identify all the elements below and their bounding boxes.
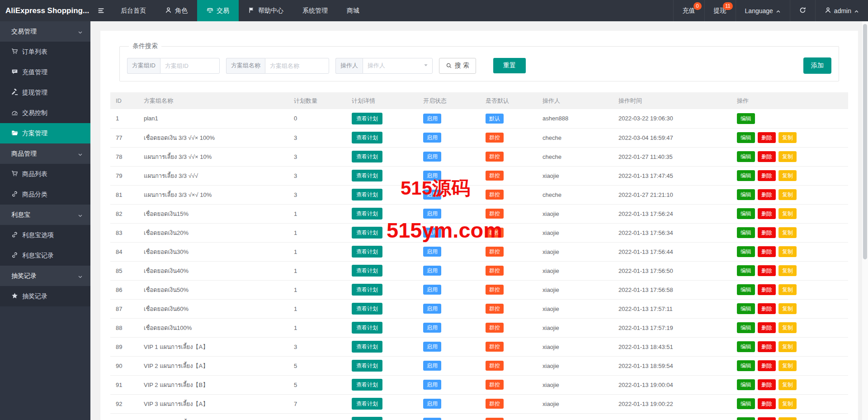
default-badge[interactable]: 群控 bbox=[486, 380, 504, 390]
sidebar-item-lottery-records-item[interactable]: 抽奖记录 bbox=[0, 286, 90, 306]
sidebar-section-lottery-records[interactable]: 抽奖记录 bbox=[0, 266, 90, 286]
status-enabled-badge[interactable]: 启用 bbox=[423, 304, 441, 314]
edit-button[interactable]: 编辑 bbox=[737, 246, 755, 257]
view-plan-button[interactable]: 查看计划 bbox=[352, 360, 382, 372]
edit-button[interactable]: 编辑 bbox=[737, 303, 755, 314]
sidebar-item-product-category[interactable]: 商品分类 bbox=[0, 184, 90, 205]
default-badge[interactable]: 群控 bbox=[486, 285, 504, 295]
view-plan-button[interactable]: 查看计划 bbox=[352, 113, 382, 124]
scrollbar-thumb[interactable] bbox=[863, 24, 867, 259]
status-enabled-badge[interactable]: 启用 bbox=[423, 399, 441, 409]
default-badge[interactable]: 群控 bbox=[486, 418, 504, 420]
edit-button[interactable]: 编辑 bbox=[737, 170, 755, 181]
edit-button[interactable]: 编辑 bbox=[737, 189, 755, 200]
search-button[interactable]: 搜 索 bbox=[439, 58, 476, 74]
edit-button[interactable]: 编辑 bbox=[737, 132, 755, 143]
view-plan-button[interactable]: 查看计划 bbox=[352, 303, 382, 315]
default-badge[interactable]: 群控 bbox=[486, 399, 504, 409]
sidebar-item-interest-records[interactable]: 利息宝记录 bbox=[0, 245, 90, 266]
delete-button[interactable]: 删除 bbox=[758, 132, 776, 143]
delete-button[interactable]: 删除 bbox=[758, 189, 776, 200]
default-badge[interactable]: 群控 bbox=[486, 152, 504, 162]
top-menu-item-trade[interactable]: 交易 bbox=[197, 0, 239, 21]
status-enabled-badge[interactable]: 启用 bbox=[423, 380, 441, 390]
status-enabled-badge[interactable]: 启用 bbox=[423, 133, 441, 143]
default-badge[interactable]: 群控 bbox=[486, 133, 504, 143]
delete-button[interactable]: 删除 bbox=[758, 417, 776, 420]
default-badge[interactable]: 群控 bbox=[486, 361, 504, 371]
view-plan-button[interactable]: 查看计划 bbox=[352, 132, 382, 143]
copy-button[interactable]: 复制 bbox=[778, 246, 797, 257]
status-enabled-badge[interactable]: 启用 bbox=[423, 247, 441, 257]
plan-group-name-input[interactable] bbox=[265, 58, 329, 74]
default-badge[interactable]: 群控 bbox=[486, 228, 504, 238]
delete-button[interactable]: 删除 bbox=[758, 379, 776, 390]
sidebar-item-recharge-management[interactable]: 充值管理 bbox=[0, 62, 90, 82]
edit-button[interactable]: 编辑 bbox=[737, 322, 755, 333]
status-enabled-badge[interactable]: 启用 bbox=[423, 228, 441, 238]
sidebar-section-product-management[interactable]: 商品管理 bbox=[0, 143, 90, 164]
top-menu-item-roles[interactable]: 角色 bbox=[156, 0, 197, 21]
copy-button[interactable]: 复制 bbox=[778, 132, 797, 143]
top-menu-item-help-center[interactable]: 帮助中心 bbox=[239, 0, 293, 21]
top-menu-item-home[interactable]: 后台首页 bbox=[111, 0, 156, 21]
status-enabled-badge[interactable]: 启用 bbox=[423, 209, 441, 219]
copy-button[interactable]: 复制 bbox=[778, 322, 797, 333]
edit-button[interactable]: 编辑 bbox=[737, 360, 755, 371]
status-enabled-badge[interactable]: 启用 bbox=[423, 152, 441, 162]
status-enabled-badge[interactable]: 启用 bbox=[423, 342, 441, 352]
plan-group-id-input[interactable] bbox=[160, 58, 220, 74]
default-badge[interactable]: 默认 bbox=[486, 114, 504, 124]
default-badge[interactable]: 群控 bbox=[486, 171, 504, 181]
delete-button[interactable]: 删除 bbox=[758, 360, 776, 371]
top-menu-item-system-management[interactable]: 系统管理 bbox=[293, 0, 337, 21]
recharge-nav-button[interactable]: 充值 0 bbox=[673, 0, 704, 21]
default-badge[interactable]: 群控 bbox=[486, 342, 504, 352]
sidebar-section-transaction-management[interactable]: 交易管理 bbox=[0, 21, 90, 42]
delete-button[interactable]: 删除 bbox=[758, 151, 776, 162]
edit-button[interactable]: 编辑 bbox=[737, 208, 755, 219]
copy-button[interactable]: 复制 bbox=[778, 398, 797, 409]
edit-button[interactable]: 编辑 bbox=[737, 398, 755, 409]
edit-button[interactable]: 编辑 bbox=[737, 284, 755, 295]
view-plan-button[interactable]: 查看计划 bbox=[352, 227, 382, 239]
copy-button[interactable]: 复制 bbox=[778, 360, 797, 371]
copy-button[interactable]: 复制 bbox=[778, 341, 797, 352]
sidebar-section-interest-treasure[interactable]: 利息宝 bbox=[0, 205, 90, 225]
delete-button[interactable]: 删除 bbox=[758, 284, 776, 295]
view-plan-button[interactable]: 查看计划 bbox=[352, 417, 382, 420]
delete-button[interactable]: 删除 bbox=[758, 303, 776, 314]
edit-button[interactable]: 编辑 bbox=[737, 379, 755, 390]
copy-button[interactable]: 复制 bbox=[778, 151, 797, 162]
sidebar-item-plan-management[interactable]: 方案管理 bbox=[0, 123, 90, 143]
default-badge[interactable]: 群控 bbox=[486, 247, 504, 257]
sidebar-item-transaction-control[interactable]: 交易控制 bbox=[0, 103, 90, 123]
withdraw-nav-button[interactable]: 提现 11 bbox=[704, 0, 736, 21]
status-enabled-badge[interactable]: 启用 bbox=[423, 266, 441, 276]
status-enabled-badge[interactable]: 启用 bbox=[423, 114, 441, 124]
language-dropdown[interactable]: Language bbox=[736, 0, 790, 21]
edit-button[interactable]: 编辑 bbox=[737, 265, 755, 276]
view-plan-button[interactable]: 查看计划 bbox=[352, 341, 382, 353]
hamburger-menu-icon[interactable] bbox=[90, 0, 111, 21]
delete-button[interactable]: 删除 bbox=[758, 322, 776, 333]
sidebar-item-product-list[interactable]: 商品列表 bbox=[0, 164, 90, 184]
view-plan-button[interactable]: 查看计划 bbox=[352, 246, 382, 258]
default-badge[interactable]: 群控 bbox=[486, 323, 504, 333]
view-plan-button[interactable]: 查看计划 bbox=[352, 379, 382, 391]
view-plan-button[interactable]: 查看计划 bbox=[352, 398, 382, 410]
copy-button[interactable]: 复制 bbox=[778, 170, 797, 181]
default-badge[interactable]: 群控 bbox=[486, 304, 504, 314]
admin-user-menu[interactable]: admin bbox=[815, 0, 868, 21]
operator-select[interactable]: 操作人 bbox=[363, 58, 433, 74]
sidebar-item-withdraw-management[interactable]: 提现管理 bbox=[0, 82, 90, 103]
copy-button[interactable]: 复制 bbox=[778, 417, 797, 420]
copy-button[interactable]: 复制 bbox=[778, 303, 797, 314]
copy-button[interactable]: 复制 bbox=[778, 265, 797, 276]
status-enabled-badge[interactable]: 启用 bbox=[423, 190, 441, 200]
copy-button[interactable]: 复制 bbox=[778, 284, 797, 295]
status-enabled-badge[interactable]: 启用 bbox=[423, 285, 441, 295]
default-badge[interactable]: 群控 bbox=[486, 266, 504, 276]
status-enabled-badge[interactable]: 启用 bbox=[423, 323, 441, 333]
sidebar-item-interest-options[interactable]: 利息宝选项 bbox=[0, 225, 90, 245]
